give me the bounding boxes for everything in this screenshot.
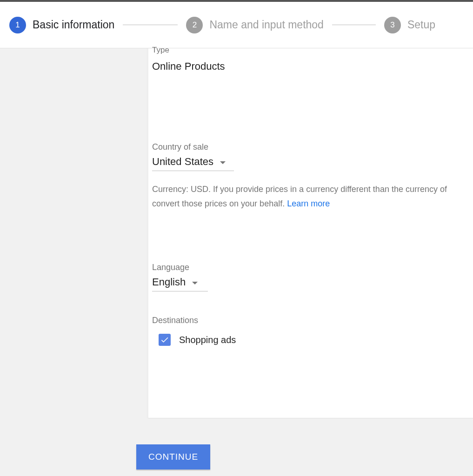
step-3-label: Setup bbox=[407, 19, 435, 31]
stepper: 1 Basic information 2 Name and input met… bbox=[0, 2, 473, 48]
language-dropdown[interactable]: English bbox=[152, 276, 208, 291]
language-label: Language bbox=[152, 263, 473, 272]
country-label: Country of sale bbox=[152, 142, 473, 152]
destinations-field: Destinations Shopping ads bbox=[152, 316, 473, 346]
step-connector bbox=[332, 25, 376, 25]
shopping-ads-checkbox[interactable] bbox=[159, 334, 171, 346]
step-setup[interactable]: 3 Setup bbox=[384, 17, 435, 33]
form-panel: Type Online Products Country of sale Uni… bbox=[148, 48, 473, 418]
step-3-circle: 3 bbox=[384, 17, 401, 33]
step-1-label: Basic information bbox=[33, 19, 114, 31]
type-label: Type bbox=[152, 46, 473, 55]
chevron-down-icon bbox=[192, 282, 198, 284]
country-dropdown[interactable]: United States bbox=[152, 156, 234, 171]
country-value: United States bbox=[152, 156, 213, 168]
language-value: English bbox=[152, 276, 186, 288]
step-connector bbox=[123, 25, 178, 25]
step-2-label: Name and input method bbox=[209, 19, 324, 31]
type-field: Type Online Products bbox=[152, 48, 473, 73]
country-field: Country of sale United States Currency: … bbox=[152, 142, 473, 211]
destinations-label: Destinations bbox=[152, 316, 473, 325]
learn-more-link[interactable]: Learn more bbox=[287, 199, 330, 208]
shopping-ads-label: Shopping ads bbox=[179, 335, 236, 345]
continue-button[interactable]: CONTINUE bbox=[136, 444, 210, 469]
helper-text-line2: convert those prices on your behalf. bbox=[152, 199, 287, 208]
step-basic-information[interactable]: 1 Basic information bbox=[9, 17, 114, 33]
language-field: Language English bbox=[152, 263, 473, 291]
country-helper-text: Currency: USD. If you provide prices in … bbox=[152, 182, 473, 211]
step-2-circle: 2 bbox=[186, 17, 203, 33]
checkmark-icon bbox=[160, 335, 169, 344]
step-name-input-method[interactable]: 2 Name and input method bbox=[186, 17, 324, 33]
type-value: Online Products bbox=[152, 60, 473, 73]
destination-item: Shopping ads bbox=[152, 334, 473, 346]
step-1-circle: 1 bbox=[9, 17, 26, 33]
chevron-down-icon bbox=[220, 161, 226, 164]
helper-text-line1: Currency: USD. If you provide prices in … bbox=[152, 185, 447, 194]
